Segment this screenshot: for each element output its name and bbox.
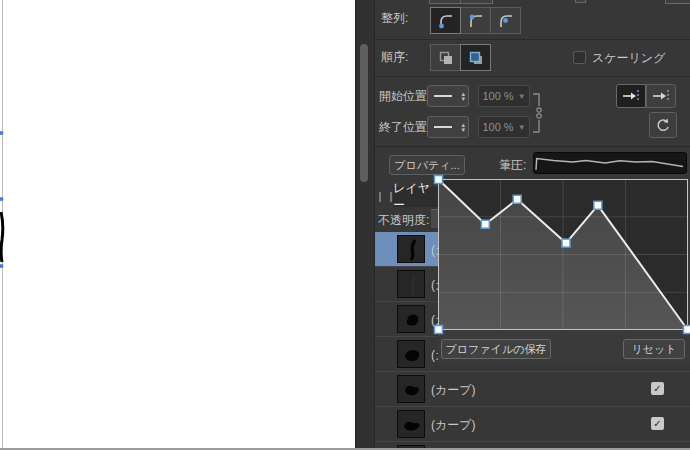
save-profile-button[interactable]: プロファイルの保存	[441, 339, 551, 359]
cutoff-button-group	[429, 0, 493, 4]
end-percent-select[interactable]: 100 % ▼	[478, 116, 530, 138]
corner-dot-start-icon	[437, 12, 455, 30]
layer-visibility-checkbox[interactable]: ✓	[651, 382, 664, 395]
tab-layers[interactable]: レイヤー	[393, 187, 441, 207]
corner-dot-middle-icon	[497, 12, 515, 30]
canvas-stroke-fragment	[0, 120, 12, 300]
panel-scroll-gutter	[356, 0, 375, 450]
stepper-arrows-icon: ▴▾	[461, 91, 465, 101]
reverse-pressure-button[interactable]	[649, 112, 677, 138]
order-button-group	[430, 44, 491, 71]
scaling-checkbox[interactable]	[573, 51, 586, 64]
end-percent-value: 100 %	[482, 121, 513, 133]
pressure-direction-group	[616, 84, 676, 108]
properties-button-label: プロパティ...	[394, 158, 459, 173]
end-pressure-stepper[interactable]: ▴▾	[427, 116, 469, 138]
layer-row-label: (カーブ)	[431, 382, 476, 399]
pressure-wave-icon	[534, 153, 686, 173]
order-label: 順序:	[381, 50, 408, 64]
stroke-preview-icon	[398, 341, 424, 367]
layer-visibility-checkbox[interactable]: ✓	[651, 417, 664, 430]
layer-thumbnail[interactable]	[397, 375, 425, 403]
stepper-arrows-icon: ▴▾	[461, 122, 465, 132]
layer-row[interactable]: (カーブ)✓	[375, 372, 690, 407]
arrow-dashed-end-icon	[621, 88, 641, 104]
opacity-label: 不透明度:	[378, 213, 429, 227]
pressure-curve-editor[interactable]	[438, 179, 688, 330]
properties-button[interactable]: プロパティ...	[389, 155, 465, 175]
start-position-label: 開始位置:	[379, 89, 430, 103]
square-behind-icon	[438, 50, 454, 66]
align-pressure-mid-button[interactable]	[490, 7, 521, 34]
curve-handle[interactable]	[435, 176, 443, 184]
arrow-to-end-button[interactable]	[646, 84, 676, 108]
reset-button[interactable]: リセット	[623, 339, 685, 359]
curve-handle[interactable]	[513, 195, 521, 203]
scrollbar-thumb[interactable]	[360, 44, 368, 182]
line-style-icon	[434, 95, 452, 97]
curve-handle[interactable]	[481, 220, 489, 228]
scaling-label: スケーリング	[592, 51, 665, 65]
layer-thumbnail[interactable]	[397, 270, 425, 298]
curve-handle[interactable]	[562, 239, 570, 247]
cutoff-widget	[575, 0, 586, 3]
divider	[375, 76, 690, 77]
pressure-profile-preview[interactable]	[533, 152, 687, 174]
layer-thumbnail[interactable]	[397, 305, 425, 333]
cutoff-button	[665, 0, 690, 4]
start-percent-value: 100 %	[482, 90, 513, 102]
stroke-preview-icon	[398, 271, 424, 297]
arrow-to-end-selected-button[interactable]	[616, 84, 646, 108]
order-behind-button[interactable]	[430, 44, 461, 71]
link-values-icon	[530, 92, 544, 134]
align-pressure-corner-button[interactable]	[460, 7, 491, 34]
layer-row-label: (カーブ)	[431, 417, 476, 434]
dropdown-arrow-icon: ▼	[518, 123, 526, 132]
align-label: 整列:	[381, 11, 408, 25]
rotate-refresh-icon	[655, 117, 671, 133]
start-pressure-stepper[interactable]: ▴▾	[427, 85, 469, 107]
align-button-group	[430, 7, 521, 34]
stroke-preview-icon	[398, 236, 424, 262]
layer-thumbnail[interactable]	[397, 340, 425, 368]
layer-thumbnail[interactable]	[397, 235, 425, 263]
dropdown-arrow-icon: ▼	[518, 92, 526, 101]
layer-thumbnail[interactable]	[397, 410, 425, 438]
stroke-preview-icon	[398, 306, 424, 332]
stroke-preview-icon	[398, 411, 424, 437]
divider	[375, 146, 690, 147]
line-style-icon	[434, 126, 452, 128]
save-profile-label: プロファイルの保存	[446, 342, 547, 357]
layer-row[interactable]: (カーブ)✓	[375, 407, 690, 442]
pen-pressure-label: 筆圧:	[499, 158, 526, 172]
curve-handle[interactable]	[594, 201, 602, 209]
order-front-button[interactable]	[460, 44, 491, 71]
stroke-preview-icon	[398, 376, 424, 402]
align-pressure-start-button[interactable]	[430, 7, 461, 34]
context-toolbar-panel: 整列: 順序:	[355, 0, 690, 450]
square-front-icon	[468, 50, 484, 66]
start-percent-select[interactable]: 100 % ▼	[478, 85, 530, 107]
cutoff-button-divider	[460, 0, 461, 4]
panel-grip-icon[interactable]	[379, 192, 392, 202]
reset-button-label: リセット	[631, 342, 676, 357]
arrow-dashed-end-icon	[651, 88, 671, 104]
divider	[375, 39, 690, 40]
end-position-label: 終了位置	[379, 120, 427, 134]
drawing-canvas[interactable]	[0, 0, 355, 450]
curve-handle[interactable]	[435, 326, 443, 334]
corner-dot-top-icon	[467, 12, 485, 30]
application-window: 整列: 順序:	[0, 0, 690, 450]
pressure-curve-popup: プロファイルの保存 リセット	[438, 179, 690, 363]
curve-handle[interactable]	[684, 326, 690, 334]
